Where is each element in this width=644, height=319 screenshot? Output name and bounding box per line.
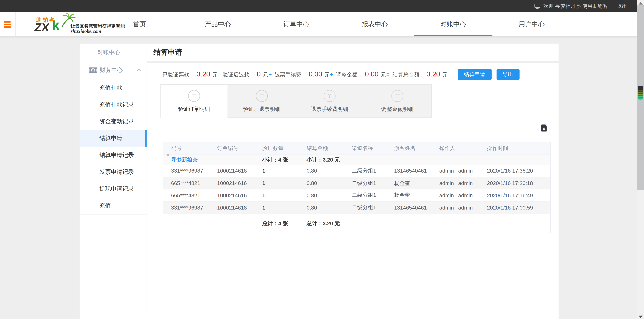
sidebar-item-invoice-records[interactable]: 发票申请记录	[80, 163, 146, 180]
sidebar-item-withdraw-records[interactable]: 提现申请记录	[80, 180, 146, 197]
table-row: 665****4821100021461610.80二级分组1杨金奎admin …	[163, 177, 550, 189]
scrollbar	[637, 0, 644, 319]
sidebar-group-finance[interactable]: 1 财务中心	[80, 61, 146, 79]
cell-operator: admin | admin	[439, 180, 487, 186]
summary-segment: 退票手续费：0.00元+	[274, 70, 333, 78]
sidebar-item-recharge[interactable]: 充值	[80, 197, 146, 214]
cell-visitor: 杨金奎	[394, 179, 439, 187]
nav-item-orders[interactable]: 订单中心	[257, 12, 336, 36]
page-titlebar: 结算申请	[147, 44, 559, 61]
table-row: 665****4821100021461610.80二级分组1杨金奎admin …	[163, 189, 550, 201]
content-card: 已验证票款：3.20元-验证后退款：0元+退票手续费：0.00元+调整金额：0.…	[147, 63, 559, 319]
scrollbar-down-arrow[interactable]	[638, 315, 642, 318]
group-subtotal-amount: 小计：3.20 元	[306, 156, 352, 163]
cell-channel: 二级分组1	[352, 179, 394, 187]
table-group-row: 寻梦新娘茶小计：4 张小计：3.20 元	[163, 154, 550, 165]
summary-segment: 结算总金额：3.20元	[392, 70, 448, 78]
total-qty: 总计：4 张	[262, 220, 306, 227]
nav-item-users[interactable]: 用户中心	[492, 12, 571, 36]
nav-item-reports[interactable]: 报表中心	[336, 12, 414, 36]
group-subtotal-qty: 小计：4 张	[262, 156, 306, 163]
cell-code: 665****4821	[171, 180, 217, 186]
sidebar-title: 对账中心	[80, 44, 146, 61]
summary-unit: 元	[442, 71, 448, 78]
monitor-icon	[534, 4, 540, 9]
summary-value: 0	[257, 70, 261, 78]
summary-label: 调整金额：	[336, 71, 363, 78]
column-header-amount: 结算金额	[306, 145, 352, 152]
settle-apply-button[interactable]: 结算申请	[458, 68, 492, 80]
group-name-link[interactable]: 寻梦新娘茶	[171, 156, 217, 163]
nav-item-products[interactable]: 产品中心	[178, 12, 257, 36]
cell-order-no: 1000214618	[217, 168, 262, 174]
table-total-row: 总计：4 张总计：3.20 元	[163, 214, 550, 233]
sidebar-item-settlement-apply[interactable]: 结算申请	[80, 130, 146, 146]
cell-qty: 1	[262, 180, 306, 186]
summary-unit: 元	[263, 71, 268, 78]
summary-label: 已验证票款：	[162, 71, 194, 78]
ticket-lines	[392, 90, 404, 102]
collapse-caret-icon[interactable]	[166, 154, 170, 163]
column-header-code: 码号	[171, 145, 217, 152]
cell-visitor: 13146540461	[394, 168, 439, 174]
cell-qty: 1	[262, 204, 306, 211]
tab-adjust-amount[interactable]: 调整金额明细	[364, 85, 431, 118]
summary-unit: 元	[212, 71, 218, 78]
detail-tabs: 验证订单明细验证后退票明细¥退票手续费明细调整金额明细	[160, 84, 432, 118]
summary-value: 3.20	[426, 70, 440, 78]
sidebar-menu: 充值扣款充值扣款记录资金变动记录结算申请结算申请记录发票申请记录提现申请记录充值	[80, 79, 146, 214]
sidebar-item-recharge-deduct-records[interactable]: 充值扣款记录	[80, 96, 146, 113]
summary-segment: 已验证票款：3.20元-	[162, 70, 220, 78]
column-header-operator: 操作人	[439, 145, 487, 152]
summary-operator: +	[330, 71, 333, 77]
summary-value: 0.00	[365, 70, 378, 78]
sidebar-item-settlement-apply-records[interactable]: 结算申请记录	[80, 146, 146, 163]
topbar: 欢迎 寻梦牡丹亭 使用助销客 退出	[0, 0, 637, 12]
summary-label: 结算总金额：	[392, 71, 424, 78]
logo-domain: zhuxiaoke.com	[70, 28, 101, 35]
cell-qty: 1	[262, 168, 306, 174]
export-excel-icon[interactable]: X	[541, 124, 547, 131]
column-header-qty: 验证数量	[262, 145, 306, 152]
table-row: 331****96987100021461810.80二级分组113146540…	[163, 165, 550, 177]
group-caret-cell	[163, 157, 171, 163]
yen-circle: ¥	[324, 90, 336, 102]
sidebar-item-fund-changes[interactable]: 资金变动记录	[80, 113, 146, 130]
ticket-lines	[188, 90, 200, 102]
tab-verified-orders[interactable]: 验证订单明细	[160, 85, 228, 118]
tab-refund-after-verify[interactable]: 验证后退票明细	[228, 85, 296, 118]
scrollbar-annotation-marker	[638, 86, 643, 99]
tab-label: 验证后退票明细	[243, 106, 280, 113]
summary-value: 0.00	[309, 70, 322, 78]
ticket-lines	[256, 90, 268, 102]
sidebar: 对账中心 1 财务中心 充值扣款充值扣款记录资金变动记录结算申请结算申请记录发票…	[80, 44, 146, 319]
export-button[interactable]: 导出	[496, 68, 519, 80]
summary-segment: 验证后退款：0元+	[223, 70, 272, 78]
logout-link[interactable]: 退出	[617, 3, 627, 10]
cell-amount: 0.80	[306, 180, 352, 186]
scrollbar-up-arrow[interactable]	[638, 2, 642, 5]
sidebar-item-recharge-deduct[interactable]: 充值扣款	[80, 79, 146, 96]
cell-time: 2020/1/16 17:16:49	[487, 192, 550, 198]
cell-code: 331****96987	[171, 204, 217, 211]
column-header-visitor: 游客姓名	[394, 145, 439, 152]
summary-operator: -	[218, 71, 220, 77]
svg-text:1: 1	[92, 68, 94, 72]
menu-toggle-button[interactable]	[0, 12, 16, 36]
cell-operator: admin | admin	[439, 204, 487, 211]
cell-amount: 0.80	[306, 204, 352, 211]
page-title: 结算申请	[147, 44, 559, 61]
tab-label: 退票手续费明细	[311, 106, 348, 113]
total-amount: 总计：3.20 元	[306, 220, 352, 227]
nav-item-reconciliation[interactable]: 对账中心	[414, 12, 492, 36]
banknote-icon: 1	[89, 67, 97, 73]
main-nav: 首页产品中心订单中心报表中心对账中心用户中心	[100, 12, 571, 36]
summary-label: 退票手续费：	[274, 71, 306, 78]
cell-time: 2020/1/16 17:20:18	[487, 180, 550, 186]
summary-operator: =	[386, 71, 390, 77]
cell-code: 331****96987	[171, 168, 217, 174]
tab-refund-fee[interactable]: ¥退票手续费明细	[296, 85, 363, 118]
settlement-summary: 已验证票款：3.20元-验证后退款：0元+退票手续费：0.00元+调整金额：0.…	[162, 66, 519, 82]
chevron-up-icon	[136, 69, 141, 71]
nav-item-home[interactable]: 首页	[100, 12, 178, 36]
